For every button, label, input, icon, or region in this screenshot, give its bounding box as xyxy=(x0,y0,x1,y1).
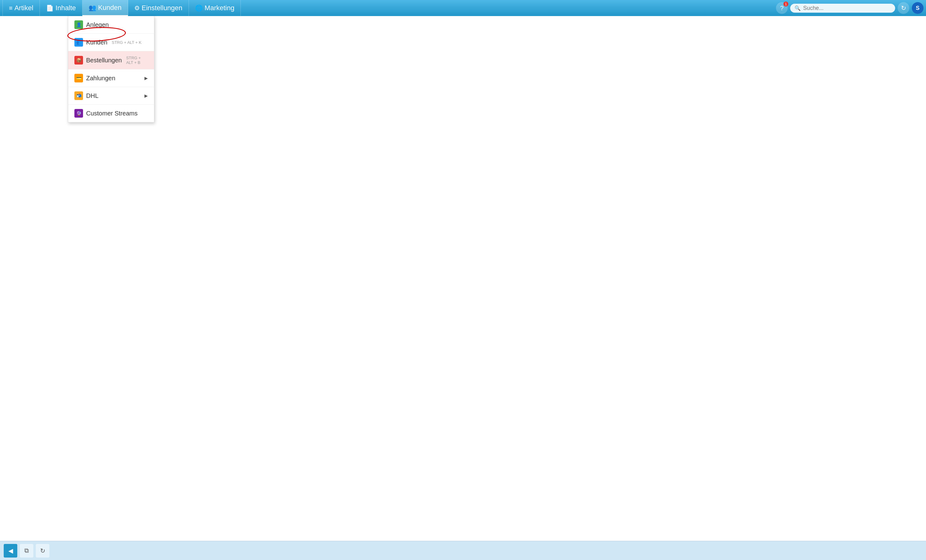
dhl-arrow-icon: ▶ xyxy=(144,93,148,98)
bestellungen-icon: 📦 xyxy=(74,56,83,65)
nav-label-einstellungen: Einstellungen xyxy=(142,4,182,12)
dropdown-label-customer-streams: Customer Streams xyxy=(86,110,138,117)
refresh-icon: ↻ xyxy=(901,4,906,12)
user-initial: S xyxy=(916,5,920,11)
windows-icon: ⧉ xyxy=(24,547,29,554)
taskbar-refresh-button[interactable]: ↻ xyxy=(36,544,49,557)
einstellungen-icon: ⚙ xyxy=(134,4,140,12)
taskbar-refresh-icon: ↻ xyxy=(40,547,45,554)
taskbar: ◀ ⧉ ↻ xyxy=(0,541,926,560)
refresh-button[interactable]: ↻ xyxy=(897,2,909,14)
dropdown-item-kunden[interactable]: 👥 Kunden STRG + ALT + K xyxy=(68,34,154,51)
search-box[interactable]: 🔍 xyxy=(790,4,895,13)
dropdown-item-bestellungen[interactable]: 📦 Bestellungen STRG + ALT + B xyxy=(68,51,154,70)
navbar: ≡ Artikel 📄 Inhalte 👥 Kunden ⚙ Einstellu… xyxy=(0,0,926,16)
nav-label-inhalte: Inhalte xyxy=(56,4,76,12)
nav-item-inhalte[interactable]: 📄 Inhalte xyxy=(40,0,82,16)
nav-item-artikel[interactable]: ≡ Artikel xyxy=(3,0,40,16)
nav-label-artikel: Artikel xyxy=(15,4,33,12)
help-button[interactable]: ? 1 xyxy=(776,2,788,14)
nav-item-kunden[interactable]: 👥 Kunden xyxy=(82,0,128,16)
taskbar-windows-button[interactable]: ⧉ xyxy=(20,544,33,557)
dropdown-label-kunden: Kunden xyxy=(86,39,107,46)
zahlungen-arrow-icon: ▶ xyxy=(144,76,148,80)
notification-badge: 1 xyxy=(784,2,788,6)
navbar-right: ? 1 🔍 ↻ S xyxy=(776,2,923,14)
zahlungen-icon: 💳 xyxy=(74,74,83,82)
help-icon: ? xyxy=(780,5,784,12)
inhalte-icon: 📄 xyxy=(46,4,54,12)
artikel-icon: ≡ xyxy=(9,5,13,12)
kunden-icon: 👥 xyxy=(74,38,83,47)
pin-icon: ◀ xyxy=(8,547,13,554)
dropdown-item-customer-streams[interactable]: 🔮 Customer Streams xyxy=(68,104,154,122)
dropdown-item-zahlungen[interactable]: 💳 Zahlungen ▶ xyxy=(68,70,154,87)
customer-streams-icon: 🔮 xyxy=(74,109,83,118)
dropdown-label-zahlungen: Zahlungen xyxy=(86,75,115,82)
bestellungen-shortcut: STRG + ALT + B xyxy=(126,56,148,65)
marketing-icon: 🌐 xyxy=(195,4,203,12)
dhl-icon: 📬 xyxy=(74,91,83,100)
search-icon: 🔍 xyxy=(794,5,801,11)
nav-label-kunden: Kunden xyxy=(98,4,122,12)
dropdown-item-anlegen[interactable]: 👤 Anlegen xyxy=(68,16,154,34)
nav-item-einstellungen[interactable]: ⚙ Einstellungen xyxy=(128,0,189,16)
anlegen-icon: 👤 xyxy=(74,20,83,29)
kunden-dropdown: 👤 Anlegen 👥 Kunden STRG + ALT + K 📦 Best… xyxy=(68,16,154,123)
search-input[interactable] xyxy=(803,5,891,11)
dropdown-label-dhl: DHL xyxy=(86,92,98,99)
kunden-nav-icon: 👥 xyxy=(89,4,96,11)
dropdown-item-dhl[interactable]: 📬 DHL ▶ xyxy=(68,87,154,104)
dropdown-label-bestellungen: Bestellungen xyxy=(86,57,122,64)
kunden-shortcut: STRG + ALT + K xyxy=(112,40,141,45)
dropdown-label-anlegen: Anlegen xyxy=(86,21,109,29)
nav-item-marketing[interactable]: 🌐 Marketing xyxy=(189,0,241,16)
user-avatar[interactable]: S xyxy=(912,2,923,14)
nav-label-marketing: Marketing xyxy=(205,4,235,12)
taskbar-pin-button[interactable]: ◀ xyxy=(4,544,17,557)
